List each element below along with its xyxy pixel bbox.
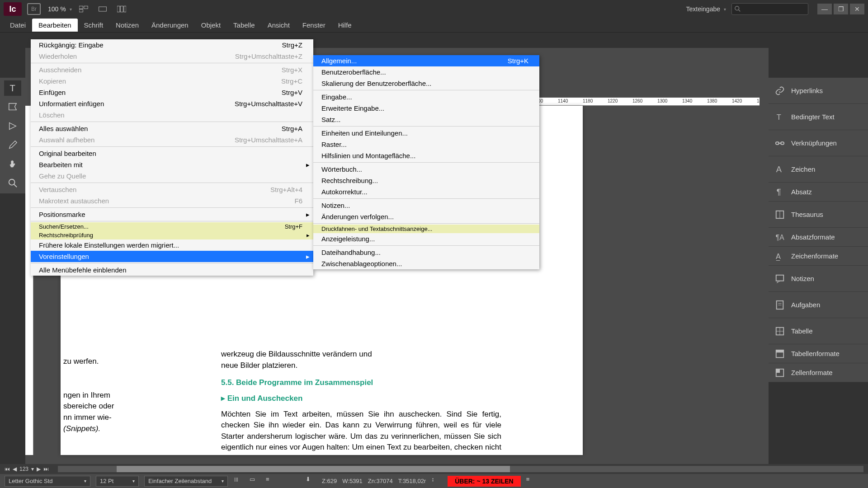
workspace-switcher[interactable]: Texteingabe — [686, 5, 726, 13]
hand-tool[interactable] — [4, 156, 21, 172]
pref-dictionary[interactable]: Wörterbuch... — [313, 164, 539, 175]
pref-general[interactable]: Allgemein...Strg+K — [313, 55, 539, 66]
menu-migrate[interactable]: Frühere lokale Einstellungen werden migr… — [31, 239, 313, 251]
pref-galley[interactable]: Druckfahnen- und Textabschnittsanzeige..… — [313, 225, 539, 233]
note-tool[interactable] — [4, 99, 21, 115]
pref-units[interactable]: Einheiten und Einteilungen... — [313, 127, 539, 139]
menu-paste[interactable]: EinfügenStrg+V — [31, 87, 313, 98]
menu-ansicht[interactable]: Ansicht — [261, 19, 296, 32]
svg-point-10 — [9, 179, 15, 185]
pref-ui[interactable]: Benutzeroberfläche... — [313, 66, 539, 78]
screen-mode-icon[interactable] — [95, 3, 110, 15]
svg-line-11 — [14, 184, 17, 187]
menu-find-replace[interactable]: Suchen/Ersetzen...Strg+F — [31, 222, 313, 231]
document-text[interactable]: werkzeug die Bildausschnitte verändern u… — [221, 349, 501, 455]
zoom-tool[interactable] — [4, 175, 21, 191]
menu-fenster[interactable]: Fenster — [296, 19, 332, 32]
pref-filehandling[interactable]: Dateihandhabung... — [313, 247, 539, 258]
close-button[interactable]: ✕ — [850, 4, 864, 14]
panel-links[interactable]: Verknüpfungen — [769, 130, 868, 156]
panel-conditional-text[interactable]: TBedingter Text — [769, 104, 868, 130]
book-icon — [775, 210, 785, 220]
menu-aenderungen[interactable]: Änderungen — [145, 19, 195, 32]
pref-clipboard[interactable]: Zwischenablageoptionen... — [313, 258, 539, 269]
menu-show-all[interactable]: Alle Menübefehle einblenden — [31, 264, 313, 276]
font-select[interactable]: Letter Gothic Std — [5, 476, 90, 487]
menu-objekt[interactable]: Objekt — [195, 19, 227, 32]
menu-bearbeiten[interactable]: Bearbeiten — [32, 19, 78, 32]
pref-track-changes[interactable]: Änderungen verfolgen... — [313, 211, 539, 222]
pref-input-adv[interactable]: Erweiterte Eingabe... — [313, 103, 539, 114]
panel-paragraph[interactable]: ¶Absatz — [769, 183, 868, 202]
type-tool[interactable]: T — [4, 80, 21, 96]
panel-hyperlinks[interactable]: Hyperlinks — [769, 78, 868, 104]
menu-select-all[interactable]: Alles auswählenStrg+A — [31, 123, 313, 134]
info-icon[interactable]: ⬇ — [306, 476, 316, 487]
panel-character-styles[interactable]: A̲Zeichenformate — [769, 247, 868, 266]
search-input[interactable] — [731, 3, 808, 15]
menu-notizen[interactable]: Notizen — [109, 19, 145, 32]
horizontal-scrollbar[interactable] — [58, 466, 863, 472]
pref-input[interactable]: Eingabe... — [313, 91, 539, 103]
panel-thesaurus[interactable]: Thesaurus — [769, 202, 868, 228]
panel-paragraph-styles[interactable]: ¶AAbsatzformate — [769, 228, 868, 247]
font-size-select[interactable]: 12 Pt — [96, 476, 139, 487]
view-options-icon[interactable] — [76, 3, 91, 15]
menu-datei[interactable]: Datei — [4, 19, 32, 32]
align-icon[interactable]: ↕ — [431, 476, 442, 487]
char-style-icon: A̲ — [775, 251, 785, 261]
zoom-level[interactable]: 100 % — [48, 5, 72, 13]
menu-edit-with[interactable]: Bearbeiten mit▸ — [31, 159, 313, 170]
pref-composition[interactable]: Satz... — [313, 114, 539, 125]
overset-indicator: ÜBER: ~ 13 ZEILEN — [448, 476, 521, 487]
more-icon[interactable]: ≡ — [526, 476, 537, 487]
bridge-icon[interactable]: Br — [27, 3, 41, 15]
svg-text:A: A — [776, 164, 782, 174]
panel-table[interactable]: Tabelle — [769, 318, 868, 344]
pref-guides[interactable]: Hilfslinien und Montagefläche... — [313, 150, 539, 161]
text-flow-icon[interactable]: ▭ — [250, 476, 260, 487]
pref-ui-scale[interactable]: Skalierung der Benutzeroberfläche... — [313, 78, 539, 89]
svg-rect-3 — [99, 7, 106, 11]
first-page-button[interactable]: ⏮ — [5, 466, 10, 472]
eyedropper-tool[interactable] — [4, 137, 21, 153]
svg-text:A̲: A̲ — [776, 252, 781, 260]
last-page-button[interactable]: ⏭ — [43, 466, 49, 472]
pref-grid[interactable]: Raster... — [313, 139, 539, 150]
edit-menu-dropdown: Rückgängig: EingabeStrg+Z WiederholenStr… — [31, 39, 313, 276]
panel-table-styles[interactable]: Tabellenformate — [769, 344, 868, 363]
note-icon — [775, 274, 785, 284]
menu-spellcheck[interactable]: Rechtschreibprüfung▸ — [31, 231, 313, 239]
columns-icon[interactable]: ⫼ — [233, 476, 244, 487]
paragraph-style-select[interactable]: Einfacher Zeilenabstand — [144, 476, 228, 487]
menu-redo: WiederholenStrg+Umschalttaste+Z — [31, 51, 313, 62]
menu-position-mark[interactable]: Positionsmarke▸ — [31, 209, 313, 220]
page-input[interactable]: 123 — [19, 466, 28, 472]
next-page-button[interactable]: ▶ — [37, 466, 41, 472]
panel-assignments[interactable]: Aufgaben — [769, 292, 868, 318]
panel-character[interactable]: AZeichen — [769, 156, 868, 183]
menu-paste-unformatted[interactable]: Unformatiert einfügenStrg+Umschalttaste+… — [31, 98, 313, 109]
panel-dock: Hyperlinks TBedingter Text Verknüpfungen… — [769, 78, 868, 382]
menu-undo[interactable]: Rückgängig: EingabeStrg+Z — [31, 39, 313, 51]
pref-notes[interactable]: Notizen... — [313, 200, 539, 211]
pref-autocorrect[interactable]: Autokorrektur... — [313, 186, 539, 197]
menu-tabelle[interactable]: Tabelle — [227, 19, 261, 32]
page-navigator[interactable]: ⏮ ◀ 123 ▾ ▶ ⏭ — [0, 466, 53, 472]
menu-preferences[interactable]: Voreinstellungen▸ — [31, 251, 313, 262]
panel-notes[interactable]: Notizen — [769, 266, 868, 292]
menu-swap: VertauschenStrg+Alt+4 — [31, 184, 313, 195]
arrange-icon[interactable] — [114, 3, 129, 15]
menu-schrift[interactable]: Schrift — [78, 19, 110, 32]
maximize-button[interactable]: ❐ — [834, 4, 848, 14]
menu-hilfe[interactable]: Hilfe — [332, 19, 358, 32]
menu-edit-original[interactable]: Original bearbeiten — [31, 148, 313, 159]
panel-cell-styles[interactable]: Zellenformate — [769, 363, 868, 382]
minimize-button[interactable]: — — [817, 4, 832, 14]
prev-page-button[interactable]: ◀ — [13, 466, 17, 472]
svg-rect-30 — [776, 350, 784, 352]
position-tool[interactable] — [4, 118, 21, 134]
pref-spell[interactable]: Rechtschreibung... — [313, 175, 539, 186]
menu-icon[interactable]: ≡ — [266, 476, 277, 487]
pref-display[interactable]: Anzeigeleistung... — [313, 233, 539, 244]
